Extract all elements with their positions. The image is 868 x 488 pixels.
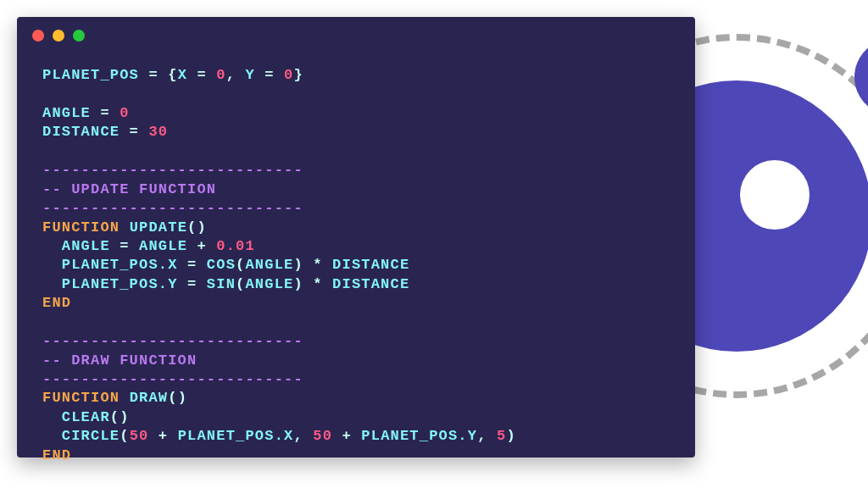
code-token: (	[236, 257, 245, 273]
code-token: ()	[168, 390, 187, 406]
code-line: ANGLE = 0	[42, 104, 670, 123]
code-token: END	[42, 295, 71, 311]
code-token: -- UPDATE FUNCTION	[42, 181, 216, 197]
code-divider: ---------------------------	[42, 371, 303, 387]
code-token: 0	[120, 105, 129, 121]
code-token: =	[255, 67, 284, 83]
code-token: SIN	[207, 276, 236, 292]
code-token: ,	[293, 428, 313, 444]
code-token: ,	[477, 428, 497, 444]
code-token: =	[120, 124, 148, 140]
code-token: = {	[139, 67, 178, 83]
code-line: CLEAR()	[42, 408, 670, 427]
code-token: DISTANCE	[42, 124, 120, 140]
code-token: =	[91, 105, 120, 121]
code-token: CLEAR	[42, 409, 110, 425]
code-divider: ---------------------------	[42, 333, 303, 349]
code-line: FUNCTION DRAW()	[42, 389, 670, 408]
code-token: 0.01	[216, 238, 255, 254]
code-token: UPDATE	[130, 219, 187, 236]
code-line: ---------------------------	[42, 370, 670, 389]
code-token: Y	[245, 67, 254, 83]
code-line: DISTANCE = 30	[42, 123, 670, 141]
planet-highlight	[740, 160, 810, 230]
code-token: PLANET_POS	[42, 67, 139, 83]
code-token: ANGLE	[42, 238, 110, 254]
code-divider: ---------------------------	[42, 200, 303, 216]
code-token: 0	[216, 67, 225, 83]
code-token: =	[187, 67, 216, 83]
code-token: FUNCTION	[42, 219, 120, 236]
code-token: 30	[148, 124, 168, 140]
code-token: PLANET_POS.X	[178, 428, 294, 444]
code-line: PLANET_POS.X = COS(ANGLE) * DISTANCE	[42, 256, 670, 274]
code-token: =	[110, 238, 139, 254]
code-token: DRAW	[130, 390, 169, 406]
code-token: ANGLE	[245, 276, 293, 292]
code-line: PLANET_POS = {X = 0, Y = 0}	[42, 66, 670, 85]
code-token: 50	[313, 428, 332, 444]
code-line: -- UPDATE FUNCTION	[42, 180, 670, 199]
code-line: -- DRAW FUNCTION	[42, 352, 670, 370]
code-token: ANGLE	[42, 105, 91, 121]
code-token: FUNCTION	[42, 390, 120, 406]
code-token: ,	[226, 67, 246, 83]
code-line: ---------------------------	[42, 161, 670, 180]
code-line: FUNCTION UPDATE()	[42, 219, 670, 237]
code-line	[42, 313, 670, 332]
code-token: ANGLE	[139, 238, 187, 254]
code-token: )	[506, 428, 515, 444]
code-token	[120, 219, 129, 236]
code-token: CIRCLE	[42, 428, 120, 444]
code-line: ---------------------------	[42, 199, 670, 218]
code-token: (	[120, 428, 129, 444]
code-token: 0	[284, 67, 293, 83]
code-editor-window: PLANET_POS = {X = 0, Y = 0} ANGLE = 0DIS…	[17, 17, 695, 458]
code-token: (	[236, 276, 245, 292]
code-line	[42, 142, 670, 161]
code-token: PLANET_POS.X	[42, 257, 178, 273]
code-token: +	[148, 428, 177, 444]
code-line: ANGLE = ANGLE + 0.01	[42, 237, 670, 256]
code-token: COS	[207, 257, 236, 273]
code-token: 50	[130, 428, 149, 444]
code-line: PLANET_POS.Y = SIN(ANGLE) * DISTANCE	[42, 275, 670, 294]
code-divider: ---------------------------	[42, 162, 303, 178]
code-token: END	[42, 447, 71, 463]
window-titlebar	[17, 17, 695, 54]
code-token: DISTANCE	[332, 257, 409, 273]
code-line: ---------------------------	[42, 332, 670, 351]
code-token	[120, 390, 129, 406]
code-token: ANGLE	[245, 257, 293, 273]
code-line	[42, 85, 670, 103]
code-token: ) *	[293, 276, 332, 292]
code-token: PLANET_POS.Y	[361, 428, 477, 444]
code-token: =	[178, 276, 207, 292]
close-icon[interactable]	[32, 30, 44, 42]
minimize-icon[interactable]	[53, 30, 64, 42]
code-line: END	[42, 446, 670, 465]
code-line: END	[42, 294, 670, 313]
code-token: ()	[110, 409, 130, 425]
code-content: PLANET_POS = {X = 0, Y = 0} ANGLE = 0DIS…	[17, 54, 695, 470]
code-token: +	[332, 428, 361, 444]
code-token: ()	[187, 219, 207, 236]
code-token: 5	[497, 428, 506, 444]
maximize-icon[interactable]	[73, 30, 85, 42]
code-token: }	[294, 67, 303, 83]
code-token: X	[178, 67, 187, 83]
code-token: +	[187, 238, 216, 254]
code-token: DISTANCE	[332, 276, 409, 292]
code-token: -- DRAW FUNCTION	[42, 352, 197, 369]
code-token: PLANET_POS.Y	[42, 276, 178, 292]
code-token: =	[178, 257, 207, 273]
code-token: ) *	[293, 257, 332, 273]
code-line: CIRCLE(50 + PLANET_POS.X, 50 + PLANET_PO…	[42, 427, 670, 446]
